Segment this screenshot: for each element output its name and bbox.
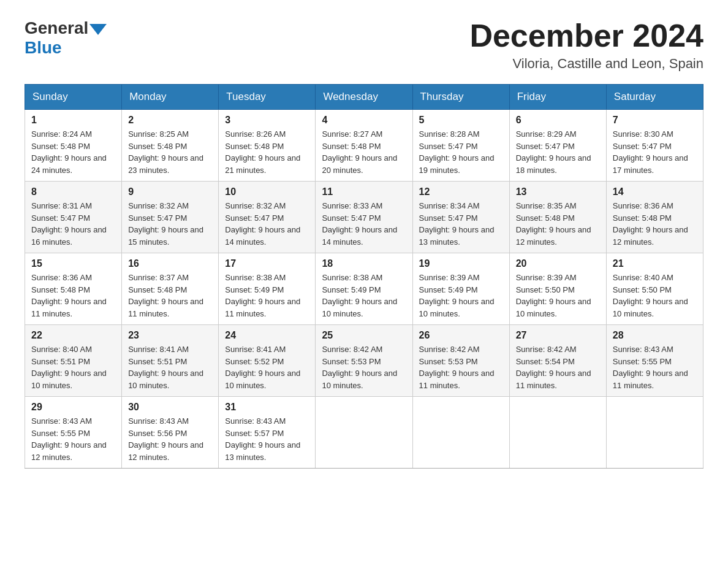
day-info: Sunrise: 8:39 AMSunset: 5:50 PMDaylight:… xyxy=(516,272,600,320)
day-number: 23 xyxy=(128,330,212,341)
calendar-cell: 18Sunrise: 8:38 AMSunset: 5:49 PMDayligh… xyxy=(316,253,412,325)
day-info: Sunrise: 8:31 AMSunset: 5:47 PMDaylight:… xyxy=(31,200,115,248)
day-info: Sunrise: 8:25 AMSunset: 5:48 PMDaylight:… xyxy=(128,128,212,176)
calendar-cell: 5Sunrise: 8:28 AMSunset: 5:47 PMDaylight… xyxy=(412,110,509,182)
calendar-cell: 15Sunrise: 8:36 AMSunset: 5:48 PMDayligh… xyxy=(25,253,122,325)
calendar-cell: 4Sunrise: 8:27 AMSunset: 5:48 PMDaylight… xyxy=(316,110,412,182)
day-info: Sunrise: 8:29 AMSunset: 5:47 PMDaylight:… xyxy=(516,128,600,176)
day-number: 15 xyxy=(31,258,115,269)
day-number: 4 xyxy=(322,115,406,126)
day-number: 20 xyxy=(516,258,600,269)
day-info: Sunrise: 8:43 AMSunset: 5:56 PMDaylight:… xyxy=(128,415,212,463)
day-info: Sunrise: 8:36 AMSunset: 5:48 PMDaylight:… xyxy=(31,272,115,320)
day-info: Sunrise: 8:24 AMSunset: 5:48 PMDaylight:… xyxy=(31,128,115,176)
title-area: December 2024 Viloria, Castille and Leon… xyxy=(469,18,703,72)
day-number: 27 xyxy=(516,330,600,341)
day-number: 19 xyxy=(419,258,503,269)
calendar-cell: 17Sunrise: 8:38 AMSunset: 5:49 PMDayligh… xyxy=(219,253,316,325)
calendar-cell: 11Sunrise: 8:33 AMSunset: 5:47 PMDayligh… xyxy=(316,182,412,253)
calendar-cell: 10Sunrise: 8:32 AMSunset: 5:47 PMDayligh… xyxy=(219,182,316,253)
day-info: Sunrise: 8:41 AMSunset: 5:52 PMDaylight:… xyxy=(225,343,309,391)
calendar-cell: 23Sunrise: 8:41 AMSunset: 5:51 PMDayligh… xyxy=(122,325,219,397)
calendar-cell: 31Sunrise: 8:43 AMSunset: 5:57 PMDayligh… xyxy=(219,397,316,469)
calendar-cell: 27Sunrise: 8:42 AMSunset: 5:54 PMDayligh… xyxy=(509,325,606,397)
day-info: Sunrise: 8:38 AMSunset: 5:49 PMDaylight:… xyxy=(322,272,406,320)
weekday-header-sunday: Sunday xyxy=(25,85,122,110)
day-info: Sunrise: 8:39 AMSunset: 5:49 PMDaylight:… xyxy=(419,272,503,320)
calendar-cell xyxy=(509,397,606,469)
weekday-header-friday: Friday xyxy=(509,85,606,110)
day-number: 18 xyxy=(322,258,406,269)
day-info: Sunrise: 8:42 AMSunset: 5:53 PMDaylight:… xyxy=(322,343,406,391)
day-info: Sunrise: 8:36 AMSunset: 5:48 PMDaylight:… xyxy=(613,200,697,248)
day-info: Sunrise: 8:37 AMSunset: 5:48 PMDaylight:… xyxy=(128,272,212,320)
day-number: 21 xyxy=(613,258,697,269)
logo-arrow-icon xyxy=(89,24,107,35)
day-info: Sunrise: 8:27 AMSunset: 5:48 PMDaylight:… xyxy=(322,128,406,176)
weekday-header-monday: Monday xyxy=(122,85,219,110)
calendar-cell: 7Sunrise: 8:30 AMSunset: 5:47 PMDaylight… xyxy=(606,110,703,182)
day-info: Sunrise: 8:32 AMSunset: 5:47 PMDaylight:… xyxy=(225,200,309,248)
location-title: Viloria, Castille and Leon, Spain xyxy=(469,56,703,72)
day-number: 7 xyxy=(613,115,697,126)
calendar-cell: 25Sunrise: 8:42 AMSunset: 5:53 PMDayligh… xyxy=(316,325,412,397)
calendar-cell: 28Sunrise: 8:43 AMSunset: 5:55 PMDayligh… xyxy=(606,325,703,397)
calendar-cell: 30Sunrise: 8:43 AMSunset: 5:56 PMDayligh… xyxy=(122,397,219,469)
calendar-cell: 29Sunrise: 8:43 AMSunset: 5:55 PMDayligh… xyxy=(25,397,122,469)
calendar-cell: 2Sunrise: 8:25 AMSunset: 5:48 PMDaylight… xyxy=(122,110,219,182)
day-info: Sunrise: 8:43 AMSunset: 5:57 PMDaylight:… xyxy=(225,415,309,463)
calendar-cell: 14Sunrise: 8:36 AMSunset: 5:48 PMDayligh… xyxy=(606,182,703,253)
calendar-cell xyxy=(412,397,509,469)
day-number: 9 xyxy=(128,186,212,197)
day-number: 2 xyxy=(128,115,212,126)
day-number: 11 xyxy=(322,186,406,197)
day-info: Sunrise: 8:33 AMSunset: 5:47 PMDaylight:… xyxy=(322,200,406,248)
weekday-header-saturday: Saturday xyxy=(606,85,703,110)
weekday-header-wednesday: Wednesday xyxy=(316,85,412,110)
day-number: 25 xyxy=(322,330,406,341)
calendar-cell: 26Sunrise: 8:42 AMSunset: 5:53 PMDayligh… xyxy=(412,325,509,397)
calendar-cell: 1Sunrise: 8:24 AMSunset: 5:48 PMDaylight… xyxy=(25,110,122,182)
day-number: 17 xyxy=(225,258,309,269)
day-number: 10 xyxy=(225,186,309,197)
day-info: Sunrise: 8:38 AMSunset: 5:49 PMDaylight:… xyxy=(225,272,309,320)
calendar-cell: 6Sunrise: 8:29 AMSunset: 5:47 PMDaylight… xyxy=(509,110,606,182)
day-info: Sunrise: 8:35 AMSunset: 5:48 PMDaylight:… xyxy=(516,200,600,248)
calendar-week-row: 15Sunrise: 8:36 AMSunset: 5:48 PMDayligh… xyxy=(25,253,703,325)
month-title: December 2024 xyxy=(469,18,703,53)
day-info: Sunrise: 8:41 AMSunset: 5:51 PMDaylight:… xyxy=(128,343,212,391)
calendar-cell: 19Sunrise: 8:39 AMSunset: 5:49 PMDayligh… xyxy=(412,253,509,325)
day-number: 29 xyxy=(31,402,115,413)
day-info: Sunrise: 8:30 AMSunset: 5:47 PMDaylight:… xyxy=(613,128,697,176)
logo-general-text: General xyxy=(25,18,88,38)
calendar-cell xyxy=(316,397,412,469)
calendar-cell: 22Sunrise: 8:40 AMSunset: 5:51 PMDayligh… xyxy=(25,325,122,397)
weekday-header-row: SundayMondayTuesdayWednesdayThursdayFrid… xyxy=(25,85,703,110)
day-number: 1 xyxy=(31,115,115,126)
day-number: 3 xyxy=(225,115,309,126)
weekday-header-tuesday: Tuesday xyxy=(219,85,316,110)
day-number: 22 xyxy=(31,330,115,341)
calendar-cell: 12Sunrise: 8:34 AMSunset: 5:47 PMDayligh… xyxy=(412,182,509,253)
calendar-cell: 16Sunrise: 8:37 AMSunset: 5:48 PMDayligh… xyxy=(122,253,219,325)
day-info: Sunrise: 8:42 AMSunset: 5:53 PMDaylight:… xyxy=(419,343,503,391)
logo-blue-text: Blue xyxy=(25,38,62,57)
calendar-cell xyxy=(606,397,703,469)
day-number: 26 xyxy=(419,330,503,341)
day-number: 13 xyxy=(516,186,600,197)
day-info: Sunrise: 8:40 AMSunset: 5:51 PMDaylight:… xyxy=(31,343,115,391)
day-number: 6 xyxy=(516,115,600,126)
calendar-cell: 24Sunrise: 8:41 AMSunset: 5:52 PMDayligh… xyxy=(219,325,316,397)
logo: General Blue xyxy=(25,18,108,58)
day-number: 24 xyxy=(225,330,309,341)
calendar-week-row: 1Sunrise: 8:24 AMSunset: 5:48 PMDaylight… xyxy=(25,110,703,182)
day-info: Sunrise: 8:26 AMSunset: 5:48 PMDaylight:… xyxy=(225,128,309,176)
day-number: 8 xyxy=(31,186,115,197)
day-info: Sunrise: 8:34 AMSunset: 5:47 PMDaylight:… xyxy=(419,200,503,248)
calendar-cell: 9Sunrise: 8:32 AMSunset: 5:47 PMDaylight… xyxy=(122,182,219,253)
day-info: Sunrise: 8:40 AMSunset: 5:50 PMDaylight:… xyxy=(613,272,697,320)
day-number: 5 xyxy=(419,115,503,126)
calendar-cell: 3Sunrise: 8:26 AMSunset: 5:48 PMDaylight… xyxy=(219,110,316,182)
day-number: 30 xyxy=(128,402,212,413)
day-number: 16 xyxy=(128,258,212,269)
